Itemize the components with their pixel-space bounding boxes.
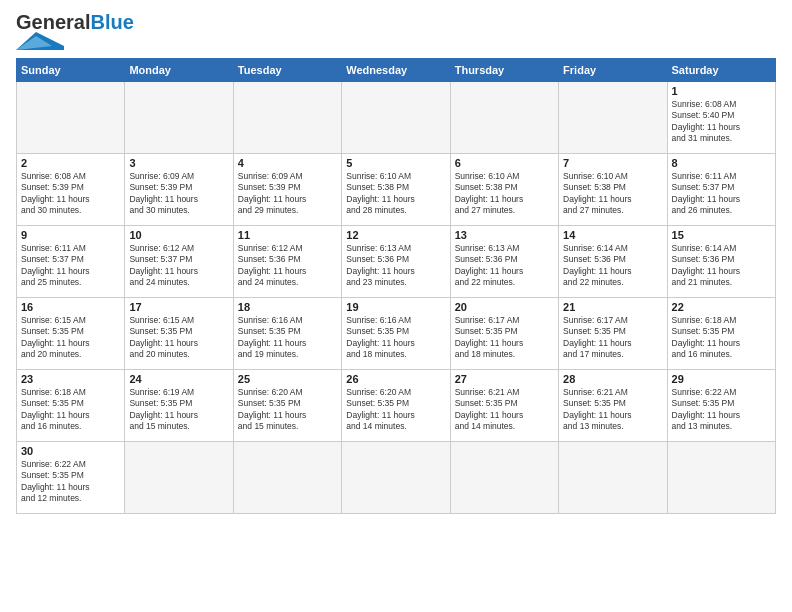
- cell-day-number: 7: [563, 157, 662, 169]
- calendar-cell: [125, 82, 233, 154]
- cell-day-number: 19: [346, 301, 445, 313]
- cell-day-number: 27: [455, 373, 554, 385]
- cell-info-text: Sunrise: 6:08 AM Sunset: 5:39 PM Dayligh…: [21, 171, 120, 217]
- calendar-cell: [125, 442, 233, 514]
- calendar-cell: [342, 442, 450, 514]
- calendar: SundayMondayTuesdayWednesdayThursdayFrid…: [16, 58, 776, 514]
- weekday-row: SundayMondayTuesdayWednesdayThursdayFrid…: [17, 59, 776, 82]
- cell-day-number: 10: [129, 229, 228, 241]
- weekday-tuesday: Tuesday: [233, 59, 341, 82]
- calendar-cell: [667, 442, 775, 514]
- cell-info-text: Sunrise: 6:20 AM Sunset: 5:35 PM Dayligh…: [346, 387, 445, 433]
- calendar-cell: 28Sunrise: 6:21 AM Sunset: 5:35 PM Dayli…: [559, 370, 667, 442]
- calendar-cell: 23Sunrise: 6:18 AM Sunset: 5:35 PM Dayli…: [17, 370, 125, 442]
- week-row-5: 23Sunrise: 6:18 AM Sunset: 5:35 PM Dayli…: [17, 370, 776, 442]
- calendar-cell: [233, 442, 341, 514]
- calendar-cell: 4Sunrise: 6:09 AM Sunset: 5:39 PM Daylig…: [233, 154, 341, 226]
- calendar-cell: 25Sunrise: 6:20 AM Sunset: 5:35 PM Dayli…: [233, 370, 341, 442]
- cell-day-number: 2: [21, 157, 120, 169]
- cell-info-text: Sunrise: 6:21 AM Sunset: 5:35 PM Dayligh…: [563, 387, 662, 433]
- cell-info-text: Sunrise: 6:19 AM Sunset: 5:35 PM Dayligh…: [129, 387, 228, 433]
- cell-info-text: Sunrise: 6:17 AM Sunset: 5:35 PM Dayligh…: [563, 315, 662, 361]
- cell-info-text: Sunrise: 6:10 AM Sunset: 5:38 PM Dayligh…: [346, 171, 445, 217]
- cell-day-number: 6: [455, 157, 554, 169]
- calendar-cell: 26Sunrise: 6:20 AM Sunset: 5:35 PM Dayli…: [342, 370, 450, 442]
- cell-info-text: Sunrise: 6:18 AM Sunset: 5:35 PM Dayligh…: [672, 315, 771, 361]
- week-row-3: 9Sunrise: 6:11 AM Sunset: 5:37 PM Daylig…: [17, 226, 776, 298]
- calendar-cell: 19Sunrise: 6:16 AM Sunset: 5:35 PM Dayli…: [342, 298, 450, 370]
- week-row-2: 2Sunrise: 6:08 AM Sunset: 5:39 PM Daylig…: [17, 154, 776, 226]
- cell-info-text: Sunrise: 6:15 AM Sunset: 5:35 PM Dayligh…: [21, 315, 120, 361]
- week-row-6: 30Sunrise: 6:22 AM Sunset: 5:35 PM Dayli…: [17, 442, 776, 514]
- cell-day-number: 15: [672, 229, 771, 241]
- calendar-cell: [17, 82, 125, 154]
- cell-day-number: 3: [129, 157, 228, 169]
- weekday-monday: Monday: [125, 59, 233, 82]
- calendar-cell: 20Sunrise: 6:17 AM Sunset: 5:35 PM Dayli…: [450, 298, 558, 370]
- cell-info-text: Sunrise: 6:21 AM Sunset: 5:35 PM Dayligh…: [455, 387, 554, 433]
- cell-info-text: Sunrise: 6:13 AM Sunset: 5:36 PM Dayligh…: [455, 243, 554, 289]
- week-row-1: 1Sunrise: 6:08 AM Sunset: 5:40 PM Daylig…: [17, 82, 776, 154]
- logo-blue: Blue: [90, 11, 133, 33]
- calendar-cell: [559, 82, 667, 154]
- page: GeneralBlue SundayMondayTuesdayWednesday…: [0, 0, 792, 612]
- cell-info-text: Sunrise: 6:11 AM Sunset: 5:37 PM Dayligh…: [672, 171, 771, 217]
- cell-day-number: 4: [238, 157, 337, 169]
- calendar-cell: 6Sunrise: 6:10 AM Sunset: 5:38 PM Daylig…: [450, 154, 558, 226]
- calendar-cell: 15Sunrise: 6:14 AM Sunset: 5:36 PM Dayli…: [667, 226, 775, 298]
- cell-day-number: 21: [563, 301, 662, 313]
- cell-day-number: 20: [455, 301, 554, 313]
- cell-day-number: 13: [455, 229, 554, 241]
- cell-info-text: Sunrise: 6:12 AM Sunset: 5:37 PM Dayligh…: [129, 243, 228, 289]
- calendar-cell: 27Sunrise: 6:21 AM Sunset: 5:35 PM Dayli…: [450, 370, 558, 442]
- cell-day-number: 12: [346, 229, 445, 241]
- cell-info-text: Sunrise: 6:09 AM Sunset: 5:39 PM Dayligh…: [129, 171, 228, 217]
- cell-info-text: Sunrise: 6:20 AM Sunset: 5:35 PM Dayligh…: [238, 387, 337, 433]
- calendar-cell: 13Sunrise: 6:13 AM Sunset: 5:36 PM Dayli…: [450, 226, 558, 298]
- cell-info-text: Sunrise: 6:14 AM Sunset: 5:36 PM Dayligh…: [563, 243, 662, 289]
- calendar-cell: 11Sunrise: 6:12 AM Sunset: 5:36 PM Dayli…: [233, 226, 341, 298]
- cell-day-number: 9: [21, 229, 120, 241]
- logo-text: GeneralBlue: [16, 12, 134, 32]
- cell-day-number: 25: [238, 373, 337, 385]
- calendar-cell: 14Sunrise: 6:14 AM Sunset: 5:36 PM Dayli…: [559, 226, 667, 298]
- logo-icon: [16, 32, 64, 50]
- cell-day-number: 22: [672, 301, 771, 313]
- cell-info-text: Sunrise: 6:10 AM Sunset: 5:38 PM Dayligh…: [455, 171, 554, 217]
- cell-info-text: Sunrise: 6:16 AM Sunset: 5:35 PM Dayligh…: [346, 315, 445, 361]
- calendar-cell: 5Sunrise: 6:10 AM Sunset: 5:38 PM Daylig…: [342, 154, 450, 226]
- calendar-cell: 22Sunrise: 6:18 AM Sunset: 5:35 PM Dayli…: [667, 298, 775, 370]
- calendar-cell: 12Sunrise: 6:13 AM Sunset: 5:36 PM Dayli…: [342, 226, 450, 298]
- calendar-cell: 2Sunrise: 6:08 AM Sunset: 5:39 PM Daylig…: [17, 154, 125, 226]
- calendar-cell: 21Sunrise: 6:17 AM Sunset: 5:35 PM Dayli…: [559, 298, 667, 370]
- calendar-cell: 3Sunrise: 6:09 AM Sunset: 5:39 PM Daylig…: [125, 154, 233, 226]
- header-area: GeneralBlue: [16, 12, 776, 50]
- cell-info-text: Sunrise: 6:17 AM Sunset: 5:35 PM Dayligh…: [455, 315, 554, 361]
- weekday-sunday: Sunday: [17, 59, 125, 82]
- cell-day-number: 24: [129, 373, 228, 385]
- calendar-cell: 9Sunrise: 6:11 AM Sunset: 5:37 PM Daylig…: [17, 226, 125, 298]
- cell-day-number: 28: [563, 373, 662, 385]
- cell-day-number: 17: [129, 301, 228, 313]
- logo-general: General: [16, 11, 90, 33]
- calendar-cell: [342, 82, 450, 154]
- calendar-cell: 17Sunrise: 6:15 AM Sunset: 5:35 PM Dayli…: [125, 298, 233, 370]
- cell-info-text: Sunrise: 6:15 AM Sunset: 5:35 PM Dayligh…: [129, 315, 228, 361]
- cell-info-text: Sunrise: 6:10 AM Sunset: 5:38 PM Dayligh…: [563, 171, 662, 217]
- cell-day-number: 11: [238, 229, 337, 241]
- cell-info-text: Sunrise: 6:13 AM Sunset: 5:36 PM Dayligh…: [346, 243, 445, 289]
- cell-info-text: Sunrise: 6:12 AM Sunset: 5:36 PM Dayligh…: [238, 243, 337, 289]
- logo: GeneralBlue: [16, 12, 134, 50]
- calendar-cell: [559, 442, 667, 514]
- weekday-wednesday: Wednesday: [342, 59, 450, 82]
- calendar-cell: [233, 82, 341, 154]
- cell-info-text: Sunrise: 6:22 AM Sunset: 5:35 PM Dayligh…: [21, 459, 120, 505]
- weekday-saturday: Saturday: [667, 59, 775, 82]
- cell-day-number: 5: [346, 157, 445, 169]
- calendar-body: 1Sunrise: 6:08 AM Sunset: 5:40 PM Daylig…: [17, 82, 776, 514]
- cell-info-text: Sunrise: 6:11 AM Sunset: 5:37 PM Dayligh…: [21, 243, 120, 289]
- calendar-cell: [450, 442, 558, 514]
- calendar-header: SundayMondayTuesdayWednesdayThursdayFrid…: [17, 59, 776, 82]
- calendar-cell: 7Sunrise: 6:10 AM Sunset: 5:38 PM Daylig…: [559, 154, 667, 226]
- cell-day-number: 30: [21, 445, 120, 457]
